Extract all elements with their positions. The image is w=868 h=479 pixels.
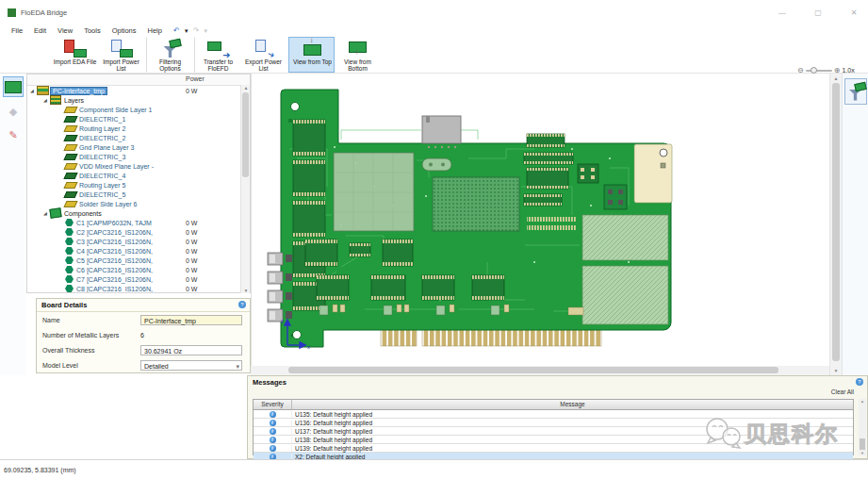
zoom-out-icon[interactable]: ⊖ [797, 67, 804, 74]
messages-scrollbar[interactable]: ▲ ▼ [859, 399, 866, 455]
tree-row[interactable]: Routing Layer 5 [27, 180, 250, 190]
scroll-down-icon[interactable]: ▼ [859, 451, 866, 455]
tree-item-label: Components [64, 210, 102, 217]
tree-row[interactable]: DIELECTRIC_1 [27, 114, 250, 124]
scroll-down-icon[interactable]: ▼ [830, 368, 842, 373]
info-icon [270, 445, 276, 452]
tree-row[interactable]: Solder Side Layer 6 [27, 199, 250, 208]
field-value[interactable]: PC-Interface_tmp [140, 315, 242, 325]
field-value[interactable]: Detailed [140, 360, 242, 371]
message-text: U136: Default height applied [292, 420, 372, 426]
toolbar-button[interactable]: Export Power List [240, 37, 287, 73]
tree-item-icon [65, 256, 74, 264]
menu-item[interactable]: Tools [78, 25, 106, 36]
scroll-up-icon[interactable]: ▲ [859, 399, 866, 404]
message-row[interactable]: U137: Default height applied [254, 427, 853, 436]
field-label: Model Level [42, 362, 140, 369]
tree-row[interactable]: Component Side Layer 1 [27, 105, 250, 114]
filter-components-button[interactable] [844, 78, 867, 105]
message-row[interactable]: U139: Default height applied [254, 444, 853, 453]
menu-item[interactable]: Options [106, 25, 142, 36]
menu-item[interactable]: File [6, 25, 28, 36]
tree-row[interactable]: C5 [CAPC3216_IS1206N, 0 W [27, 256, 250, 265]
side-tool-button[interactable] [3, 124, 24, 144]
tree-row[interactable]: Gnd Plane Layer 3 [27, 142, 250, 152]
scroll-up-icon[interactable]: ▲ [830, 75, 842, 81]
toolbar-button-label: Export Power List [241, 58, 286, 72]
tree-row[interactable]: PC-Interface_tmp 0 W [27, 86, 250, 95]
tree-row[interactable]: DIELECTRIC_2 [27, 133, 250, 142]
zoom-slider-knob[interactable] [811, 67, 817, 74]
tree-expander-icon[interactable] [30, 89, 37, 93]
tree-item-icon [63, 116, 77, 123]
scrollbar-thumb[interactable] [242, 92, 249, 177]
tree-item-label: C4 [CAPC3216_IS1206N, [76, 248, 153, 255]
scroll-down-icon[interactable]: ▼ [241, 288, 251, 293]
undo-icon[interactable]: ↶ [173, 27, 180, 35]
tree-scrollbar[interactable]: ▲ ▼ [240, 85, 250, 293]
field-label: Name [42, 317, 140, 323]
message-row[interactable]: U136: Default height applied [254, 419, 853, 427]
tree-item-power: 0 W [186, 239, 197, 245]
pcb-canvas[interactable]: x y [251, 74, 829, 366]
toolbar-button[interactable]: View from Top [288, 37, 335, 73]
tree-row[interactable]: C4 [CAPC3216_IS1206N, 0 W [27, 246, 250, 256]
maximize-button[interactable]: ▢ [811, 8, 825, 17]
side-tool-button[interactable] [3, 100, 24, 121]
window-title: FloEDA Bridge [21, 8, 67, 17]
tree-expander-icon[interactable] [43, 98, 50, 103]
field-value[interactable]: 6 [140, 330, 242, 340]
menu-item[interactable]: Help [142, 25, 168, 36]
zoom-level-label: 1.0x [842, 67, 854, 74]
toolbar-button[interactable]: Import EDA File [52, 37, 98, 73]
tree-row[interactable]: Layers [27, 95, 250, 105]
power-column-header: Power [186, 75, 205, 82]
tree-row[interactable]: C7 [CAPC3216_IS1206N, 0 W [27, 274, 250, 284]
side-tool-button[interactable] [3, 76, 24, 97]
tree-row[interactable]: C1 [CAPMP6032N, TAJM 0 W [27, 218, 250, 227]
tree-row[interactable]: DIELECTRIC_5 [27, 190, 250, 199]
chevron-down-icon[interactable]: ▼ [184, 28, 189, 34]
toolbar-button[interactable]: Filtering Options [146, 37, 192, 73]
message-row[interactable]: U138: Default height applied [254, 436, 853, 444]
toolbar-button[interactable]: View from Bottom [335, 37, 381, 73]
tree-row[interactable]: VDD Mixed Plane Layer - [27, 161, 250, 171]
canvas-vertical-scrollbar[interactable]: ▲ ▼ [829, 74, 842, 375]
tree-row[interactable]: Components [27, 208, 250, 218]
minimize-button[interactable]: — [776, 8, 789, 17]
tree-row[interactable]: Routing Layer 2 [27, 124, 250, 133]
menu-item[interactable]: Edit [28, 25, 52, 36]
close-button[interactable]: ✕ [847, 8, 860, 17]
chevron-down-icon[interactable]: ▼ [203, 28, 208, 34]
message-row[interactable]: U135: Default height applied [254, 410, 853, 419]
messages-panel: Messages Clear All Severity Message U135… [247, 375, 868, 459]
tree-item-icon [65, 247, 74, 255]
scrollbar-thumb[interactable] [860, 438, 865, 450]
tree-item-icon [65, 219, 74, 226]
tree-row[interactable]: C3 [CAPC3216_IS1206N, 0 W [27, 237, 250, 246]
tree-item-power: 0 W [186, 286, 197, 292]
tree-row[interactable]: C6 [CAPC3216_IS1206N, 0 W [27, 265, 250, 274]
scrollbar-thumb[interactable] [288, 367, 778, 373]
field-value[interactable]: 30.62941 Oz [140, 345, 242, 355]
redo-icon[interactable]: ↷ [193, 27, 200, 35]
help-icon[interactable] [856, 378, 863, 386]
toolbar-button-label: Import Power List [99, 58, 143, 72]
toolbar-button-label: Transfer to FloEFD [197, 58, 239, 72]
tree-item-label: Layers [64, 97, 84, 104]
tree-item-icon [63, 144, 77, 151]
toolbar-button[interactable]: Import Power List [98, 37, 144, 73]
tree-row[interactable]: C8 [CAPC3216_IS1206N, 0 W [27, 284, 250, 292]
tree-row[interactable]: DIELECTRIC_3 [27, 152, 250, 161]
zoom-slider[interactable] [806, 70, 832, 72]
side-tool-icon [8, 125, 17, 142]
scroll-up-icon[interactable]: ▲ [241, 85, 251, 91]
toolbar-button[interactable]: Transfer to FloEFD [194, 37, 240, 73]
help-icon[interactable] [238, 301, 246, 308]
tree-row[interactable]: C2 [CAPC3216_IS1206N, 0 W [27, 227, 250, 237]
scrollbar-thumb[interactable] [832, 83, 840, 361]
clear-all-link[interactable]: Clear All [831, 388, 854, 395]
tree-row[interactable]: DIELECTRIC_4 [27, 171, 250, 180]
canvas-horizontal-scrollbar[interactable] [251, 366, 829, 375]
menu-item[interactable]: View [52, 25, 78, 36]
